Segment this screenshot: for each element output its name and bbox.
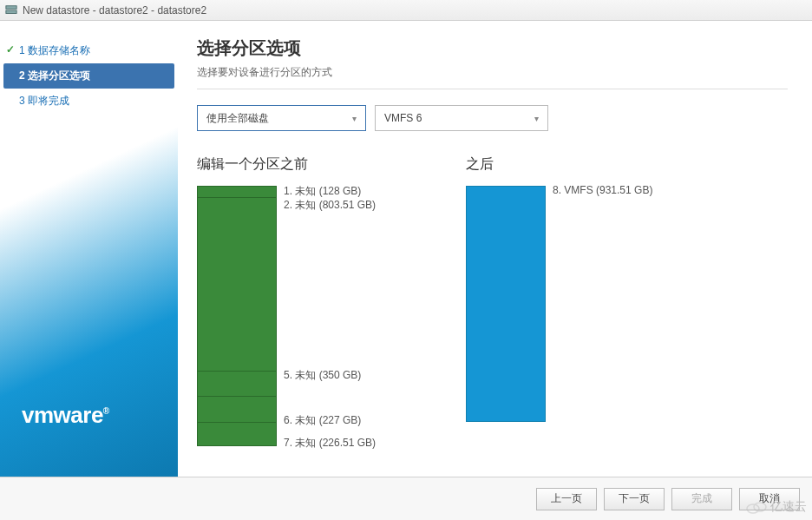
partition-bar-after [466, 186, 546, 422]
datastore-icon [5, 4, 17, 16]
step-label: 1 数据存储名称 [19, 44, 90, 56]
finish-button: 完成 [671, 488, 732, 510]
partition-bar-before [197, 186, 277, 446]
partition-label-5: 5. 未知 (350 GB) [284, 368, 361, 383]
chart-after: 之后 8. VMFS (931.51 GB) [466, 155, 700, 446]
disk-usage-value: 使用全部磁盘 [206, 111, 269, 126]
window-titlebar: New datastore - datastore2 - datastore2 [0, 0, 812, 21]
partition-seg-1[interactable] [198, 187, 276, 197]
wizard-footer: 上一页 下一页 完成 取消 [0, 477, 812, 520]
prev-button[interactable]: 上一页 [536, 488, 597, 510]
partition-label-1: 1. 未知 (128 GB) [284, 184, 361, 199]
svg-rect-0 [6, 5, 16, 9]
window-title: New datastore - datastore2 - datastore2 [23, 4, 206, 16]
partition-label-6: 6. 未知 (227 GB) [284, 413, 361, 428]
partition-seg-8[interactable] [467, 187, 545, 421]
cancel-button[interactable]: 取消 [739, 488, 800, 510]
chevron-down-icon: ▾ [352, 114, 357, 123]
partition-label-2: 2. 未知 (803.51 GB) [284, 198, 376, 213]
chevron-down-icon: ▾ [534, 114, 539, 123]
divider [197, 89, 788, 89]
next-button[interactable]: 下一页 [604, 488, 665, 510]
partition-seg-6[interactable] [198, 396, 276, 422]
wizard-sidebar: 1 数据存储名称 2 选择分区选项 3 即将完成 vmware® [0, 21, 178, 477]
partition-label-7: 7. 未知 (226.51 GB) [284, 436, 376, 451]
step-1-datastore-name[interactable]: 1 数据存储名称 [0, 38, 178, 63]
partition-label-8: 8. VMFS (931.51 GB) [553, 184, 652, 196]
page-subtitle: 选择要对设备进行分区的方式 [197, 65, 788, 80]
partition-seg-2[interactable] [198, 197, 276, 371]
chart-before: 编辑一个分区之前 1. 未知 (128 GB) 2. 未知 (803.51 GB… [197, 155, 431, 446]
step-2-partition-options[interactable]: 2 选择分区选项 [3, 63, 174, 89]
chart-after-title: 之后 [466, 155, 700, 174]
vmware-logo: vmware® [22, 402, 109, 429]
disk-usage-select[interactable]: 使用全部磁盘 ▾ [197, 105, 366, 131]
step-label: 3 即将完成 [19, 95, 69, 107]
step-label: 2 选择分区选项 [19, 69, 90, 82]
filesystem-value: VMFS 6 [384, 112, 422, 124]
chart-before-title: 编辑一个分区之前 [197, 155, 431, 174]
svg-rect-1 [6, 10, 16, 14]
partition-seg-5[interactable] [198, 371, 276, 397]
page-title: 选择分区选项 [197, 36, 788, 60]
step-3-ready-complete[interactable]: 3 即将完成 [0, 89, 178, 114]
content-area: 选择分区选项 选择要对设备进行分区的方式 使用全部磁盘 ▾ VMFS 6 ▾ 编… [178, 21, 812, 477]
filesystem-select[interactable]: VMFS 6 ▾ [375, 105, 548, 131]
partition-seg-7[interactable] [198, 422, 276, 445]
